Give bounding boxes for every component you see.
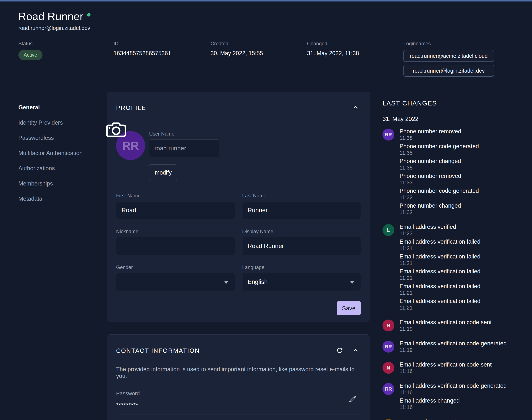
- gender-select[interactable]: [116, 273, 235, 291]
- changed-value: 31. May 2022, 11:38: [307, 50, 404, 57]
- save-button[interactable]: Save: [337, 301, 361, 315]
- status-badge: Active: [18, 50, 42, 60]
- refresh-button[interactable]: [335, 345, 345, 356]
- change-event: Email address verification failed11:21: [400, 238, 480, 252]
- change-event-title: Phone number changed: [400, 158, 479, 165]
- change-event: Email address verification code generate…: [400, 340, 507, 353]
- change-event-title: Phone number code generated: [400, 143, 479, 150]
- contact-description: The provided information is used to send…: [116, 366, 361, 379]
- contact-information-card: CONTACT INFORMATION The provided informa…: [107, 334, 370, 420]
- chevron-down-icon: [224, 281, 229, 284]
- created-value: 30. May 2022, 15:55: [210, 50, 307, 57]
- change-event: Email address verified11:23: [400, 223, 480, 237]
- sidebar-item-identity-providers[interactable]: Identity Providers: [18, 115, 107, 130]
- change-event-time: 11:21: [400, 245, 480, 252]
- change-event-title: Phone number changed: [400, 202, 479, 209]
- sidebar-item-memberships[interactable]: Memberships: [18, 176, 107, 191]
- change-event: Email address verification code sent11:1…: [400, 319, 491, 332]
- chevron-down-icon: [350, 281, 355, 284]
- change-event: Email address verification code sent11:1…: [400, 361, 491, 375]
- change-event: Access Token created11:14: [400, 418, 456, 420]
- change-event-time: 11:16: [400, 389, 507, 396]
- change-event-title: Email address verification failed: [400, 253, 480, 260]
- actor-avatar: RR: [382, 341, 394, 353]
- display-name-input[interactable]: [242, 237, 361, 255]
- display-name-label: Display Name: [242, 229, 361, 235]
- actor-avatar: L: [382, 224, 394, 236]
- sidebar-item-metadata[interactable]: Metadata: [18, 191, 107, 207]
- change-event: Phone number removed11:38: [400, 128, 479, 141]
- last-changes-panel: LAST CHANGES 31. May 2022 RRPhone number…: [370, 92, 532, 420]
- change-event-title: Email address verification code generate…: [400, 382, 507, 389]
- changes-list: RRPhone number removed11:38Phone number …: [382, 128, 532, 420]
- id-value: 163448575286575361: [113, 50, 210, 57]
- gender-field: Gender: [116, 265, 235, 291]
- change-event-title: Phone number removed: [400, 172, 479, 179]
- chevron-up-icon: [352, 104, 359, 112]
- sidebar-item-passwordless[interactable]: Passwordless: [18, 130, 107, 146]
- language-select[interactable]: English: [242, 273, 361, 291]
- change-event-title: Email address verification failed: [400, 298, 480, 304]
- profile-collapse-button[interactable]: [350, 102, 361, 113]
- change-event-time: 11:21: [400, 290, 480, 296]
- status-label: Status: [18, 41, 113, 47]
- modify-button[interactable]: modify: [149, 164, 177, 181]
- changed-label: Changed: [307, 41, 404, 47]
- change-group: RREmail address verification code genera…: [382, 382, 532, 412]
- actor-avatar: S: [382, 419, 394, 420]
- last-name-field: Last Name: [242, 193, 361, 219]
- change-event-title: Email address verification failed: [400, 283, 480, 290]
- change-event-time: 11:21: [400, 275, 480, 281]
- change-event: Email address verification failed11:21: [400, 268, 480, 281]
- first-name-field: First Name: [116, 193, 235, 219]
- top-accent-bar: [0, 0, 532, 1]
- password-label: Password: [116, 390, 361, 397]
- display-name-field: Display Name: [242, 229, 361, 255]
- edit-password-button[interactable]: [347, 393, 359, 405]
- change-group: RRPhone number removed11:38Phone number …: [382, 128, 532, 217]
- change-group: LEmail address verified11:23Email addres…: [382, 223, 532, 313]
- sidebar-item-general[interactable]: General: [18, 100, 107, 115]
- refresh-icon: [336, 346, 344, 355]
- change-event-time: 11:23: [400, 230, 480, 237]
- change-event-time: 11:21: [400, 260, 480, 267]
- last-name-input[interactable]: [242, 201, 361, 219]
- change-event: Phone number removed11:33: [400, 172, 479, 186]
- id-label: ID: [113, 41, 210, 47]
- change-event-time: 11:19: [400, 326, 491, 332]
- last-changes-title: LAST CHANGES: [382, 100, 532, 107]
- avatar[interactable]: RR: [116, 131, 145, 160]
- password-row: Password *********: [116, 384, 361, 414]
- actor-avatar: N: [382, 319, 394, 331]
- first-name-input[interactable]: [116, 201, 235, 219]
- change-event-time: 11:38: [400, 135, 479, 141]
- actor-avatar: RR: [382, 129, 394, 141]
- username-input[interactable]: [149, 139, 219, 157]
- change-group: NEmail address verification code sent11:…: [382, 361, 532, 376]
- change-group: NEmail address verification code sent11:…: [382, 319, 532, 334]
- change-event-time: 11:32: [400, 194, 479, 201]
- change-event-title: Phone number removed: [400, 128, 479, 135]
- change-event-time: 11:33: [400, 179, 479, 186]
- chevron-up-icon: [352, 347, 359, 355]
- sidebar-item-multifactor-authentication[interactable]: Multifactor Authentication: [18, 146, 107, 161]
- change-event-title: Email address changed: [400, 397, 507, 404]
- change-event: Phone number code generated11:35: [400, 143, 479, 156]
- created-label: Created: [210, 41, 307, 47]
- change-event: Email address verification failed11:21: [400, 283, 480, 296]
- change-event-time: 11:21: [400, 304, 480, 311]
- change-event: Email address verification failed11:21: [400, 253, 480, 267]
- change-event-time: 11:19: [400, 347, 507, 353]
- language-label: Language: [242, 265, 361, 270]
- nickname-input[interactable]: [116, 237, 235, 255]
- change-group: RREmail address verification code genera…: [382, 340, 532, 355]
- change-event-time: 11:35: [400, 165, 479, 171]
- sidebar-item-authorizations[interactable]: Authorizations: [18, 161, 107, 176]
- contact-collapse-button[interactable]: [350, 345, 361, 356]
- change-event-title: Email address verification failed: [400, 238, 480, 245]
- actor-avatar: RR: [382, 383, 394, 395]
- user-detail-nav: GeneralIdentity ProvidersPasswordlessMul…: [18, 92, 107, 207]
- change-event-title: Email address verification code generate…: [400, 340, 507, 347]
- gender-label: Gender: [116, 265, 235, 270]
- username-label: User Name: [149, 131, 219, 137]
